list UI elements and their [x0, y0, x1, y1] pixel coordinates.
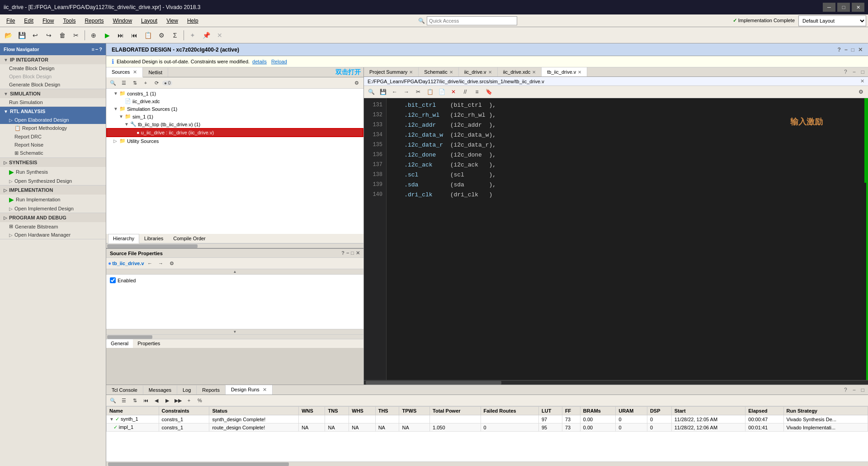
- sources-settings-btn[interactable]: ⚙: [352, 78, 362, 87]
- sources-refresh-btn[interactable]: ⟳: [151, 78, 161, 87]
- tree-u-iic-drive[interactable]: ● u_iic_drive : iic_drive (iic_drive.v): [106, 128, 363, 137]
- editor-min-btn[interactable]: −: [851, 69, 858, 75]
- menu-help[interactable]: Help: [183, 16, 203, 26]
- toolbar-step-btn[interactable]: ⏭: [114, 29, 127, 41]
- tab-iic-drive-xdc[interactable]: iic_drive.xdc ✕: [498, 67, 542, 76]
- flow-nav-help-btn[interactable]: ?: [99, 47, 102, 52]
- sfp-help-btn[interactable]: ?: [341, 250, 344, 256]
- editor-cut2-btn[interactable]: ✂: [413, 87, 424, 97]
- nav-open-implemented[interactable]: ▷ Open Implemented Design: [0, 204, 106, 213]
- elab-help-btn[interactable]: ?: [837, 47, 840, 53]
- tree-sim-sources[interactable]: ▼ 📁 Simulation Sources (1): [106, 105, 363, 113]
- editor-search-btn[interactable]: 🔍: [366, 87, 377, 97]
- nav-generate-block-design[interactable]: Generate Block Design: [0, 81, 106, 89]
- iic-drive-v-tab-close[interactable]: ✕: [488, 70, 492, 75]
- toolbar-undo-btn[interactable]: ↩: [29, 29, 42, 41]
- menu-window[interactable]: Window: [108, 16, 137, 26]
- nav-report-drc[interactable]: Report DRC: [0, 133, 106, 141]
- nav-open-elaborated[interactable]: ▷ Open Elaborated Design: [0, 116, 106, 124]
- editor-save2-btn[interactable]: 💾: [377, 87, 388, 97]
- sfp-close-btn[interactable]: ✕: [356, 250, 360, 256]
- bottom-max-btn[interactable]: □: [859, 387, 866, 393]
- editor-scrollbar-thumb[interactable]: [366, 381, 501, 385]
- tree-sim1[interactable]: ▼ 📁 sim_1 (1): [106, 113, 363, 120]
- nav-create-block-design[interactable]: Create Block Design: [0, 64, 106, 72]
- toolbar-run-all-btn[interactable]: ⊕: [87, 29, 100, 41]
- nav-section-prog-header[interactable]: ▷ PROGRAM AND DEBUG: [0, 213, 106, 222]
- iic-drive-xdc-tab-close[interactable]: ✕: [532, 70, 536, 75]
- warning-details-link[interactable]: details: [252, 59, 267, 64]
- bottom-first-btn[interactable]: ⏮: [141, 396, 151, 405]
- tab-messages[interactable]: Messages: [143, 385, 177, 395]
- toolbar-cut-btn[interactable]: ✂: [70, 29, 82, 41]
- code-lines[interactable]: .bit_ctrl (bit_ctrl ), .i2c_rh_wl (i2c_r…: [387, 98, 868, 380]
- toolbar-save2-btn[interactable]: 📋: [142, 29, 154, 41]
- bottom-next-btn[interactable]: ▶▶: [173, 396, 183, 405]
- sources-search-btn[interactable]: 🔍: [108, 78, 118, 87]
- editor-max-btn[interactable]: □: [859, 69, 866, 75]
- sources-add-btn[interactable]: +: [141, 78, 151, 87]
- tab-schematic[interactable]: Schematic ✕: [419, 67, 458, 76]
- bottom-min-btn[interactable]: −: [851, 387, 858, 393]
- toolbar-delete-btn[interactable]: 🗑: [56, 29, 69, 41]
- sfp-scroll-up[interactable]: ▲: [233, 270, 237, 274]
- sub-tab-hierarchy[interactable]: Hierarchy: [108, 234, 139, 243]
- menu-file[interactable]: File: [2, 16, 19, 26]
- tree-utility[interactable]: ▷ 📁 Utility Sources: [106, 137, 363, 145]
- tree-constrs[interactable]: ▼ 📁 constrs_1 (1): [106, 90, 363, 97]
- design-runs-tab-close[interactable]: ✕: [263, 387, 267, 392]
- nav-section-sim-header[interactable]: ▼ SIMULATION: [0, 89, 106, 98]
- editor-delete-btn[interactable]: ✕: [448, 87, 459, 97]
- bottom-prev-btn[interactable]: ◀: [151, 396, 161, 405]
- sfp-min-btn[interactable]: −: [346, 250, 349, 256]
- nav-run-synthesis[interactable]: ▶ Run Synthesis: [0, 167, 106, 177]
- toolbar-x-btn[interactable]: ✕: [213, 29, 226, 41]
- toolbar-sum-btn[interactable]: Σ: [169, 29, 181, 41]
- quick-access-input[interactable]: [427, 16, 517, 25]
- menu-layout[interactable]: Layout: [137, 16, 162, 26]
- sfp-tab-properties[interactable]: Properties: [133, 339, 165, 348]
- sfp-scroll-down[interactable]: ▼: [233, 330, 237, 334]
- maximize-button[interactable]: □: [837, 3, 850, 12]
- sfp-back-btn[interactable]: ←: [145, 259, 155, 268]
- editor-scrollbar-h[interactable]: [364, 380, 868, 385]
- proj-summary-tab-close[interactable]: ✕: [409, 70, 413, 75]
- bottom-scrollbar-thumb[interactable]: [108, 462, 289, 466]
- nav-section-impl-header[interactable]: ▷ IMPLEMENTATION: [0, 185, 106, 195]
- tab-iic-drive-v[interactable]: iic_drive.v ✕: [459, 67, 498, 76]
- sfp-settings2-btn[interactable]: ⚙: [167, 259, 177, 268]
- bottom-add-btn[interactable]: +: [184, 396, 194, 405]
- close-button[interactable]: ✕: [852, 3, 864, 12]
- sources-sort-btn[interactable]: ⇅: [130, 78, 140, 87]
- bottom-filter-btn[interactable]: ☰: [119, 396, 129, 405]
- tab-sources[interactable]: Sources ✕: [106, 67, 143, 77]
- editor-bookmark-btn[interactable]: 🔖: [483, 87, 494, 97]
- nav-open-synthesized[interactable]: ▷ Open Synthesized Design: [0, 177, 106, 185]
- nav-report-noise[interactable]: Report Noise: [0, 141, 106, 149]
- menu-flow[interactable]: Flow: [38, 16, 58, 26]
- sfp-scrollbar-thumb[interactable]: [107, 335, 152, 339]
- nav-report-methodology[interactable]: 📋 Report Methodology: [0, 124, 106, 133]
- nav-open-hardware-manager[interactable]: ▷ Open Hardware Manager: [0, 231, 106, 239]
- toolbar-settings-btn[interactable]: ⚙: [155, 29, 168, 41]
- nav-section-rtl-header[interactable]: ▼ RTL ANALYSIS: [0, 107, 106, 116]
- toolbar-run-btn[interactable]: ▶: [101, 29, 113, 41]
- warning-reload-link[interactable]: Reload: [271, 59, 287, 64]
- menu-tools[interactable]: Tools: [58, 16, 80, 26]
- tb-iic-tab-close[interactable]: ✕: [578, 70, 581, 75]
- tree-tb-iic-top[interactable]: ▼ 🔧 tb_iic_top (tb_iic_drive.v) (1): [106, 120, 363, 128]
- toolbar-reset-btn[interactable]: ⏮: [128, 29, 141, 41]
- editor-help-btn[interactable]: ?: [842, 69, 849, 75]
- tab-tcl-console[interactable]: Tcl Console: [106, 385, 143, 395]
- sub-tab-libraries[interactable]: Libraries: [139, 234, 168, 243]
- tab-reports[interactable]: Reports: [197, 385, 226, 395]
- bottom-run-btn[interactable]: ▶: [162, 396, 172, 405]
- tab-design-runs[interactable]: Design Runs ✕: [226, 385, 273, 395]
- toolbar-pin-btn[interactable]: 📌: [200, 29, 212, 41]
- sfp-max-btn[interactable]: □: [351, 250, 354, 256]
- schematic-tab-close[interactable]: ✕: [449, 70, 453, 75]
- sfp-scrollbar-h[interactable]: [106, 334, 363, 339]
- nav-run-implementation[interactable]: ▶ Run Implementation: [0, 195, 106, 204]
- layout-selector[interactable]: Default Layout: [798, 15, 866, 26]
- nav-section-ip-header[interactable]: ▼ IP INTEGRATOR: [0, 55, 106, 64]
